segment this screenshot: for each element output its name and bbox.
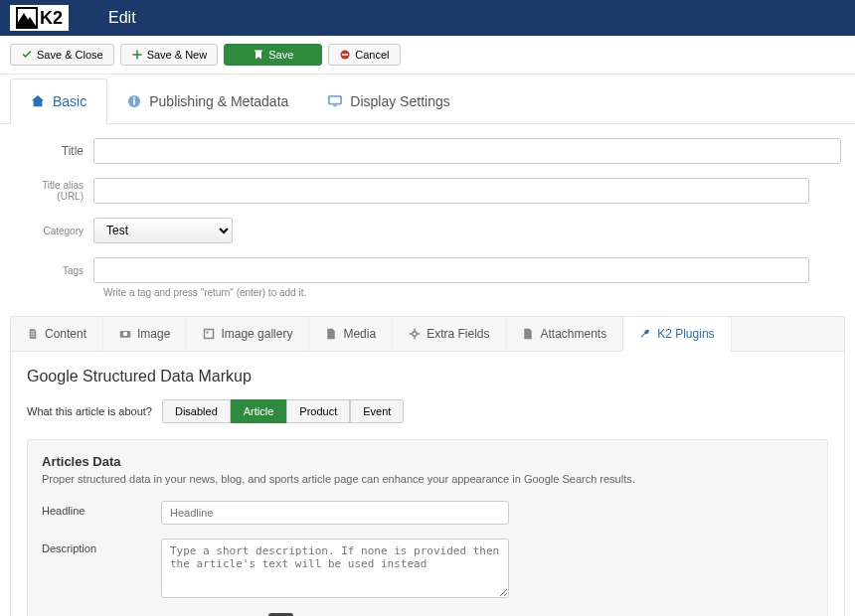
tab-basic-label: Basic <box>53 93 86 109</box>
svg-rect-3 <box>133 99 135 104</box>
mode-event[interactable]: Event <box>350 399 404 423</box>
headline-input[interactable] <box>161 501 509 525</box>
alias-label: Title alias (URL) <box>14 180 93 202</box>
panel-description: Proper structured data in your news, blo… <box>42 473 813 485</box>
save-new-button[interactable]: Save & New <box>120 44 219 66</box>
plugin-title: Google Structured Data Markup <box>27 368 828 385</box>
plus-icon <box>131 49 143 61</box>
app-header: K2 Edit <box>0 0 855 36</box>
mode-disabled[interactable]: Disabled <box>162 399 231 423</box>
svg-point-8 <box>123 332 128 337</box>
monitor-icon <box>328 94 342 108</box>
cancel-label: Cancel <box>355 49 389 61</box>
tab-display-label: Display Settings <box>350 93 449 109</box>
tab-publishing[interactable]: Publishing & Metadata <box>107 78 308 123</box>
subtab-extra[interactable]: Extra Fields <box>393 317 506 351</box>
svg-rect-9 <box>205 330 214 339</box>
document-icon <box>27 328 39 340</box>
tab-display[interactable]: Display Settings <box>308 78 469 123</box>
articles-data-panel: Articles Data Proper structured data in … <box>27 439 828 616</box>
mode-selector: What this article is about? Disabled Art… <box>27 399 828 423</box>
subtab-plugins[interactable]: K2 Plugins <box>622 316 731 352</box>
gear-icon <box>409 328 421 340</box>
cancel-icon <box>339 49 351 61</box>
tab-publishing-label: Publishing & Metadata <box>149 93 288 109</box>
basic-form: Title Title alias (URL) CategoryTest Tag… <box>0 124 855 316</box>
info-icon <box>127 94 141 108</box>
camera-icon <box>119 328 131 340</box>
mode-article[interactable]: Article <box>231 399 287 423</box>
save-new-label: Save & New <box>147 49 208 61</box>
subtab-content[interactable]: Content <box>11 317 103 351</box>
tags-input[interactable] <box>93 257 809 283</box>
app-logo: K2 <box>10 5 69 31</box>
tab-basic[interactable]: Basic <box>10 78 107 124</box>
subtab-content-label: Content <box>45 327 86 341</box>
category-label: Category <box>14 226 93 236</box>
subtab-gallery[interactable]: Image gallery <box>187 317 309 351</box>
save-label: Save <box>268 49 293 61</box>
headline-label: Headline <box>42 501 161 517</box>
subtab-gallery-label: Image gallery <box>221 327 292 341</box>
svg-rect-6 <box>334 104 338 106</box>
subtab-attachments[interactable]: Attachments <box>506 317 623 351</box>
modes-label: What this article is about? <box>27 405 152 417</box>
alias-input[interactable] <box>93 178 809 204</box>
description-textarea[interactable] <box>161 539 509 598</box>
title-input[interactable] <box>93 138 841 164</box>
svg-rect-1 <box>342 54 348 56</box>
subtab-extra-label: Extra Fields <box>427 327 489 341</box>
tags-label: Tags <box>14 265 93 276</box>
save-close-label: Save & Close <box>37 49 103 61</box>
subtab-plugins-label: K2 Plugins <box>657 327 714 341</box>
main-tabs: Basic Publishing & Metadata Display Sett… <box>0 78 855 124</box>
tags-hint: Write a tag and press "return" (enter) t… <box>103 287 841 298</box>
rating-stars[interactable]: ★★★★★5 <box>161 612 293 616</box>
home-icon <box>31 94 45 108</box>
toolbar: Save & Close Save & New Save Cancel <box>0 36 855 75</box>
attachment-icon <box>522 328 534 340</box>
save-button[interactable]: Save <box>224 44 322 66</box>
category-select[interactable]: Test <box>93 218 233 243</box>
logo-text: K2 <box>40 8 63 29</box>
gallery-icon <box>203 328 215 340</box>
svg-point-10 <box>207 331 209 333</box>
logo-mountain-icon <box>16 7 38 29</box>
mode-product[interactable]: Product <box>286 399 350 423</box>
save-icon <box>253 49 264 61</box>
panel-title: Articles Data <box>42 454 813 469</box>
svg-rect-4 <box>133 96 135 98</box>
svg-rect-5 <box>329 95 341 103</box>
subtab-image[interactable]: Image <box>103 317 187 351</box>
subtab-attachments-label: Attachments <box>540 327 606 341</box>
wrench-icon <box>639 328 651 340</box>
cancel-button[interactable]: Cancel <box>328 44 400 66</box>
title-label: Title <box>14 144 93 158</box>
save-close-button[interactable]: Save & Close <box>10 44 114 66</box>
subtab-image-label: Image <box>137 327 170 341</box>
plugin-panel: Google Structured Data Markup What this … <box>10 351 845 616</box>
subtab-media[interactable]: Media <box>309 317 393 351</box>
description-label: Description <box>42 539 161 554</box>
subtab-media-label: Media <box>343 327 376 341</box>
content-subtabs: Content Image Image gallery Media Extra … <box>10 316 845 351</box>
page-title: Edit <box>108 9 136 27</box>
media-icon <box>325 328 337 340</box>
svg-point-11 <box>413 332 418 337</box>
check-icon <box>21 49 33 61</box>
